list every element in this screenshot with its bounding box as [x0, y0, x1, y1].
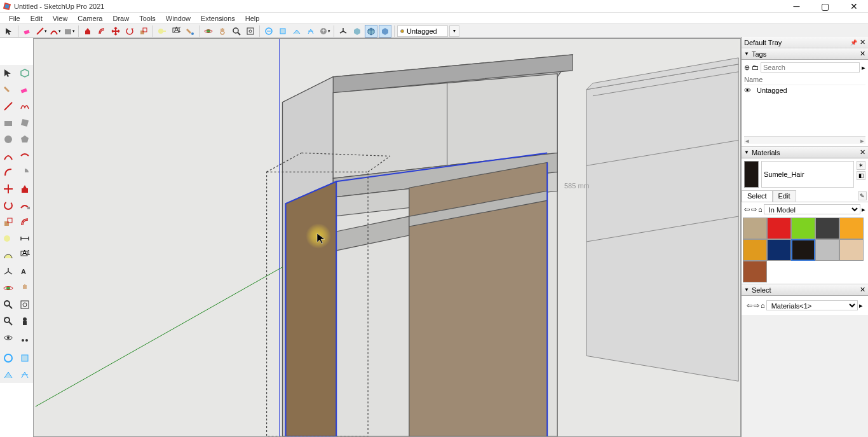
rect-icon[interactable]	[1, 115, 16, 130]
pushpull-icon[interactable]	[17, 181, 32, 197]
nav-fwd-icon[interactable]: ⇨	[751, 205, 757, 214]
section-tool-4[interactable]	[304, 25, 317, 38]
paint-tool[interactable]	[184, 25, 196, 38]
tags-panel-header[interactable]: ▼ Tags ✕	[742, 48, 868, 60]
section-display-icon[interactable]	[17, 350, 32, 366]
tags-search-input[interactable]	[761, 62, 860, 73]
tags-scrollbar[interactable]: ◂▸	[744, 136, 865, 144]
tag-row[interactable]: 👁 Untagged	[744, 85, 865, 95]
section-tool-2[interactable]	[276, 25, 289, 38]
scale-icon[interactable]	[1, 214, 16, 230]
menu-window[interactable]: Window	[161, 15, 196, 22]
tray-pin-icon[interactable]: 📌	[850, 39, 857, 46]
eraser-tool[interactable]	[21, 25, 34, 38]
materials-tab-select[interactable]: Select	[742, 190, 773, 202]
text-tool[interactable]: A1	[170, 25, 182, 38]
line-icon[interactable]	[1, 99, 16, 114]
iso-view-2[interactable]	[365, 25, 377, 38]
component-icon[interactable]	[17, 66, 32, 81]
material-swatch[interactable]	[767, 239, 791, 261]
eyedropper-icon[interactable]: ✎	[858, 191, 867, 200]
nav-home-icon[interactable]: ⌂	[761, 302, 765, 309]
tag-field[interactable]: Untagged	[397, 25, 448, 37]
tags-panel-close-icon[interactable]: ✕	[860, 50, 865, 58]
menu-draw[interactable]: Draw	[107, 15, 134, 22]
select-menu-icon[interactable]: ▸	[859, 302, 863, 310]
material-name-input[interactable]	[761, 161, 854, 188]
position-cam-icon[interactable]	[17, 314, 32, 329]
zoom-icon[interactable]	[1, 297, 16, 312]
zoom-tool[interactable]	[230, 25, 243, 38]
offset-tool[interactable]	[95, 25, 108, 38]
material-create-icon[interactable]: ✶	[857, 161, 865, 170]
tray-close-icon[interactable]: ✕	[860, 38, 865, 46]
materials-panel-close-icon[interactable]: ✕	[860, 148, 865, 156]
circle-icon[interactable]	[1, 132, 16, 147]
menu-view[interactable]: View	[48, 15, 73, 22]
close-button[interactable]: ✕	[839, 0, 868, 13]
menu-camera[interactable]: Camera	[72, 15, 107, 22]
tag-filter-icon[interactable]: ▸	[862, 64, 865, 72]
walk-icon[interactable]	[17, 330, 32, 345]
select-panel-header[interactable]: ▼ Select ✕	[742, 284, 868, 296]
select-tool[interactable]	[3, 25, 15, 38]
offset-icon[interactable]	[17, 214, 32, 230]
arc3-icon[interactable]	[1, 165, 16, 180]
menu-extensions[interactable]: Extensions	[196, 15, 240, 22]
scale-tool[interactable]	[137, 25, 150, 38]
library-menu-icon[interactable]: ▸	[862, 205, 865, 214]
axes-icon[interactable]	[1, 264, 16, 279]
rotrect-icon[interactable]	[17, 115, 32, 130]
line-tool[interactable]: ▾	[35, 25, 48, 38]
iso-view-1[interactable]	[351, 25, 363, 38]
materials-panel-header[interactable]: ▼ Materials ✕	[742, 147, 868, 158]
freehand-icon[interactable]	[17, 99, 32, 114]
pan-icon[interactable]	[17, 281, 32, 296]
zoom-window-icon[interactable]	[17, 297, 32, 312]
material-swatch[interactable]	[743, 261, 767, 282]
select-panel-close-icon[interactable]: ✕	[860, 286, 865, 294]
material-swatch[interactable]	[791, 239, 815, 261]
tray-header[interactable]: Default Tray 📌 ✕	[742, 37, 868, 48]
nav-back-icon[interactable]: ⇦	[747, 302, 752, 310]
select-dropdown[interactable]: Materials<1>	[766, 300, 858, 310]
material-swatch[interactable]	[839, 218, 864, 239]
tag-dropdown-button[interactable]: ▾	[449, 25, 459, 37]
section-cut-icon[interactable]	[1, 367, 16, 382]
orbit-icon[interactable]	[1, 281, 16, 296]
move-tool[interactable]	[109, 25, 122, 38]
add-tag-icon[interactable]: ⊕	[744, 64, 750, 72]
materials-library-dropdown[interactable]: In Model	[764, 204, 860, 214]
arc-icon[interactable]	[1, 148, 16, 163]
material-swatch[interactable]	[767, 218, 791, 239]
material-swatch[interactable]	[839, 239, 864, 261]
warehouse-tool[interactable]: +▾	[318, 25, 331, 38]
visibility-icon[interactable]: 👁	[744, 87, 753, 94]
pan-tool[interactable]	[216, 25, 229, 38]
shape-tool[interactable]: ▾	[63, 25, 76, 38]
material-default-icon[interactable]: ◧	[857, 171, 865, 180]
tape-tool[interactable]	[156, 25, 168, 38]
rotate-icon[interactable]	[1, 198, 16, 213]
material-swatch[interactable]	[743, 218, 767, 239]
pushpull-tool[interactable]	[81, 25, 94, 38]
iso-view-3[interactable]	[379, 25, 391, 38]
menu-file[interactable]: File	[4, 15, 25, 22]
look-icon[interactable]	[1, 330, 16, 345]
material-swatch[interactable]	[791, 218, 815, 239]
pie-icon[interactable]	[17, 165, 32, 180]
3dtext-icon[interactable]: A	[17, 264, 32, 279]
menu-help[interactable]: Help	[240, 15, 265, 22]
section-tool-3[interactable]	[290, 25, 303, 38]
protractor-icon[interactable]	[1, 247, 16, 263]
select-icon[interactable]	[1, 66, 16, 81]
material-swatch[interactable]	[815, 218, 839, 239]
move-icon[interactable]	[1, 181, 16, 197]
label-icon[interactable]: A1	[17, 247, 32, 263]
section-fill-icon[interactable]	[17, 367, 32, 382]
arc2-icon[interactable]	[17, 148, 32, 163]
materials-tab-edit[interactable]: Edit	[773, 190, 796, 202]
section-plane-icon[interactable]	[1, 350, 16, 366]
arc-tool[interactable]: ▾	[49, 25, 62, 38]
orbit-tool[interactable]	[202, 25, 215, 38]
